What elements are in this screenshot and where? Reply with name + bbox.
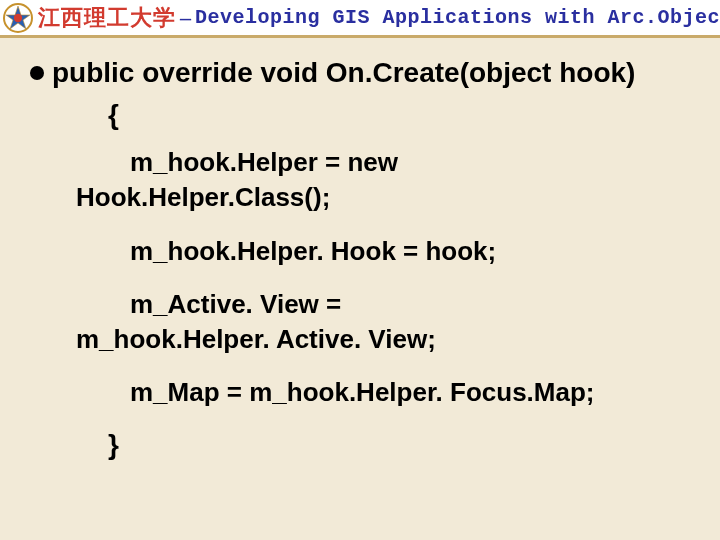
open-brace: { — [108, 98, 710, 132]
svg-point-1 — [14, 13, 22, 21]
header-dash: – — [180, 5, 191, 31]
code-line: m_hook.Helper = new Hook.Helper.Class(); — [30, 145, 710, 215]
code-text: m_Active. View = — [30, 287, 710, 322]
close-brace: } — [108, 428, 710, 462]
course-title: Developing GIS Applications with Arc.Obj… — [195, 6, 720, 29]
code-line: m_Active. View = m_hook.Helper. Active. … — [30, 287, 710, 357]
slide-header: 江西理工大学 – Developing GIS Applications wit… — [0, 0, 720, 38]
method-signature: public override void On.Create(object ho… — [30, 54, 710, 92]
university-logo — [2, 2, 34, 34]
code-text: m_hook.Helper. Hook = hook; — [30, 234, 710, 269]
code-text: m_hook.Helper = new — [30, 145, 710, 180]
slide-body: public override void On.Create(object ho… — [0, 38, 720, 462]
code-text: m_hook.Helper. Active. View; — [30, 322, 710, 357]
signature-text: public override void On.Create(object ho… — [52, 54, 710, 92]
bullet-icon — [30, 66, 44, 80]
code-line: m_Map = m_hook.Helper. Focus.Map; — [30, 375, 710, 410]
code-text: Hook.Helper.Class(); — [30, 180, 710, 215]
code-line: m_hook.Helper. Hook = hook; — [30, 234, 710, 269]
code-text: m_Map = m_hook.Helper. Focus.Map; — [30, 375, 710, 410]
university-name: 江西理工大学 — [38, 3, 176, 33]
